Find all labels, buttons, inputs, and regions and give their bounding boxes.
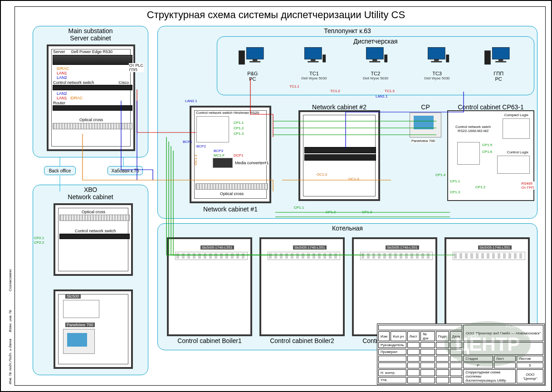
boiler3-rack: Slc5/05-1746-L551	[352, 237, 437, 336]
b1-plc-dev	[175, 252, 248, 260]
oc12: OC1-2	[317, 172, 327, 176]
net1-switch: Control network switch Hirshman RS20	[195, 111, 259, 115]
svg-rect-4	[305, 47, 322, 59]
tb-listov: Листов	[517, 356, 543, 362]
cp-panel	[410, 113, 441, 137]
media-converter	[213, 158, 233, 168]
b2-title: Control cabinet Boiler2	[259, 337, 345, 344]
tb-stadia-v: Р	[463, 363, 493, 368]
pc-tc3-sub: Dell Wyse 5030	[425, 76, 450, 80]
compact-device	[503, 118, 530, 139]
dispatch-title: Диспетчерская	[217, 38, 534, 45]
tb-company: ООО "Проктер энд Гэмбл — Новомосковск"	[463, 325, 543, 341]
xbo-net-rack-in: Optical cross Control network switch	[58, 208, 128, 271]
rs485: RS485 От ГРП	[521, 181, 534, 190]
xbo-cross	[59, 215, 130, 221]
cp63-rack: Control network swich RS22-1600-M2-M2 Co…	[447, 110, 534, 201]
dea-plc: Slc5/05-1746-L551	[478, 245, 512, 250]
oc13: OC1-3	[348, 177, 359, 181]
pc-tc1: TC1 Dell Wyse 5030	[298, 46, 330, 82]
xbo-opt-cross: Optical cross	[81, 210, 106, 214]
tb-listh: Лист	[494, 356, 516, 362]
pc-tc3-name: TC3	[432, 71, 442, 76]
monitor-icon	[483, 46, 514, 71]
cp15: CP1.5	[482, 143, 492, 147]
net2-switch2	[304, 154, 376, 161]
boiler1-rack: Slc5/05-1746-L551	[167, 237, 252, 336]
from-plc: От PLC ГПП	[129, 63, 144, 72]
svg-rect-8	[366, 47, 383, 59]
pc-tc2-name: TC2	[371, 71, 381, 76]
svg-rect-19	[484, 50, 491, 64]
rs20-device	[196, 116, 229, 142]
tb-list: Лист	[407, 331, 420, 341]
tb-ndok: № док	[420, 331, 435, 341]
cp12-c: CP1.2	[326, 210, 336, 214]
cp21: CP2.1	[34, 236, 44, 240]
slc-device	[63, 300, 99, 318]
net1-cp12: CP1.2	[234, 126, 244, 130]
cp13-b: CP1.3	[450, 190, 460, 194]
net2-title: Network cabinet #2	[298, 103, 380, 111]
router-label: Router	[53, 101, 66, 105]
dcp1: DCP1	[234, 153, 243, 157]
svg-rect-11	[384, 54, 387, 62]
bcp3: BCP3	[214, 149, 223, 153]
cp13-c: CP1.3	[362, 210, 372, 214]
monitor-icon	[421, 46, 453, 71]
lan1-a: LAN1	[56, 71, 68, 75]
server-model: Dell Power Edge R530	[71, 49, 113, 54]
svg-rect-5	[311, 59, 316, 61]
b3-plc-dev	[360, 252, 433, 260]
tb-proj: Структурная схема системы диспетчеризаци…	[463, 369, 516, 383]
svg-rect-0	[246, 47, 264, 59]
cns-device	[53, 85, 132, 90]
pc-tc3: TC3 Dell Wyse 5030	[421, 46, 453, 82]
tb-data: Дата	[450, 331, 463, 341]
b1-title: Control cabinet Boiler1	[167, 337, 252, 344]
zone-xbo: ХВО Network cabinet Optical cross Contro…	[33, 185, 148, 375]
tb-listov-v: 5	[517, 363, 543, 368]
lan11: LAN1.1	[376, 94, 388, 98]
cp14: CP1.4	[435, 173, 445, 177]
opt-cross-label: Optical cross	[79, 118, 103, 122]
hub-node: Хабовая к.76	[107, 166, 143, 175]
tb-kol: Кол.уч	[391, 331, 406, 341]
tc13: TC1.3	[385, 89, 395, 93]
pc-row: P&G PC TC1 Dell Wyse 5030 TC2 Dell Wyse …	[222, 46, 529, 82]
tb-org: ООО "Центр"	[517, 369, 543, 383]
heatpoint-title: Теплопункт к.63	[158, 27, 537, 34]
pc-gpp-name: ГПП PC	[493, 71, 503, 82]
net1-opt: Optical cross	[220, 191, 244, 196]
lan1-b: LAN1	[56, 96, 68, 100]
tb-podp: Подп	[436, 331, 449, 341]
svg-rect-2	[249, 61, 260, 63]
cp16: CP1.6	[482, 150, 492, 154]
tb-utverd: Утв.	[378, 377, 406, 384]
zone-heatpoint: Теплопункт к.63 Диспетчерская P&G PC TC1…	[157, 26, 537, 219]
net1-cp13: CP1.3	[234, 132, 244, 136]
cp12-b: CP1.2	[475, 185, 485, 189]
cp63-switch: Control network swich RS22-1600-M2-M2	[455, 125, 491, 133]
pv-screen	[67, 333, 87, 347]
xbo-cns: Control network switch	[74, 229, 117, 233]
drawing-title: Структурная схема системы диспетчеризаци…	[1, 9, 551, 21]
slc-label: Slc500	[65, 294, 81, 299]
boiler-title: Котельная	[158, 225, 537, 232]
pc-tc1-name: TC1	[309, 71, 319, 76]
pc-tc2: TC2 Dell Wyse 5030	[360, 46, 391, 82]
drawing-page: Структурная схема системы диспетчеризаци…	[0, 0, 552, 392]
net2-rack	[298, 110, 380, 201]
compact-label: Compact Logix	[504, 113, 529, 117]
cp11-b: CP1.1	[450, 179, 460, 183]
dea-rack: Slc5/05-1746-L551	[445, 237, 530, 336]
cp63-title: Control cabinet CP63-1	[447, 103, 534, 111]
tb-izm: Изм	[378, 331, 390, 341]
tb-stadia: Стадия	[463, 356, 493, 362]
lan2-b: LAN2	[56, 91, 68, 96]
monitor-icon	[298, 46, 330, 71]
idrac-1: iDRAC	[56, 66, 70, 71]
svg-rect-14	[431, 61, 442, 63]
b3-plc: Slc5/05-1746-L551	[386, 245, 419, 250]
pc-tc2-sub: Dell Wyse 5030	[363, 76, 388, 80]
